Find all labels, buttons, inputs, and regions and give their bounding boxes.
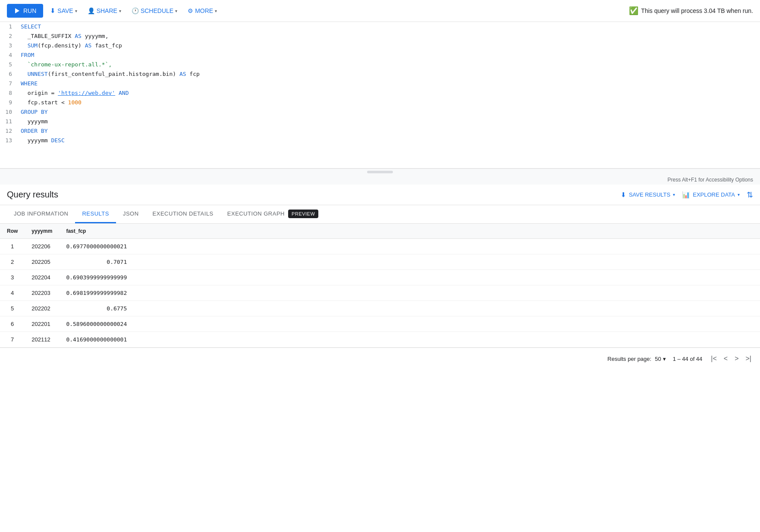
table-body: 12022060.697700000000002122022050.707132…: [0, 239, 760, 347]
line-content[interactable]: `chrome-ux-report.all.*`,: [21, 60, 760, 69]
col-header-yyyymm: yyyymm: [25, 224, 59, 239]
more-button[interactable]: ⚙ MORE ▾: [184, 4, 220, 18]
code-token: WHERE: [21, 80, 38, 87]
sql-editor[interactable]: 1SELECT2 _TABLE_SUFFIX AS yyyymm,3 SUM(f…: [0, 22, 760, 169]
line-number: 13: [0, 136, 17, 145]
tab-execution-details[interactable]: EXECUTION DETAILS: [146, 205, 220, 223]
line-content[interactable]: yyyymm: [21, 117, 760, 126]
line-number: 12: [0, 126, 17, 136]
last-page-button[interactable]: >|: [744, 353, 754, 364]
code-line-6: 6 UNNEST(first_contentful_paint.histogra…: [0, 69, 760, 79]
results-table-wrap: Row yyyymm fast_fcp 12022060.69770000000…: [0, 224, 760, 347]
col-header-row: Row: [0, 224, 25, 239]
table-header: Row yyyymm fast_fcp: [0, 224, 760, 239]
tab-execution-graph[interactable]: EXECUTION GRAPH PREVIEW: [220, 205, 326, 223]
page-info: 1 – 44 of 44: [673, 356, 703, 362]
editor-scrollbar[interactable]: [0, 169, 760, 175]
cell-row-num: 5: [0, 301, 25, 316]
code-token: origin =: [21, 90, 58, 96]
code-token: yyyymm: [21, 137, 51, 144]
code-token: (first_contentful_paint.histogram.bin): [48, 71, 179, 77]
share-label: SHARE: [97, 7, 117, 14]
cell-yyyymm: 202112: [25, 332, 59, 347]
code-line-2: 2 _TABLE_SUFFIX AS yyyymm,: [0, 31, 760, 41]
code-line-7: 7WHERE: [0, 79, 760, 88]
cell-yyyymm: 202206: [25, 239, 59, 254]
pagination-bar: Results per page: 50 ▾ 1 – 44 of 44 |< <…: [0, 347, 760, 369]
schedule-label: SCHEDULE: [141, 7, 173, 14]
next-page-button[interactable]: >: [733, 353, 740, 364]
run-label: RUN: [23, 7, 36, 14]
cell-empty: [134, 332, 760, 347]
cell-row-num: 6: [0, 316, 25, 332]
line-number: 11: [0, 117, 17, 126]
cell-fast-fcp: 0.6977000000000021: [59, 239, 134, 254]
table-row: 22022050.7071: [0, 254, 760, 270]
line-content[interactable]: WHERE: [21, 79, 760, 88]
line-content[interactable]: yyyymm DESC: [21, 136, 760, 145]
explore-data-label: EXPLORE DATA: [693, 191, 735, 198]
table-row: 12022060.6977000000000021: [0, 239, 760, 254]
more-caret: ▾: [215, 9, 217, 13]
code-token: AS: [85, 42, 92, 49]
line-number: 3: [0, 41, 17, 50]
explore-data-icon: 📊: [682, 191, 690, 199]
code-token: AND: [119, 90, 129, 96]
scrollbar-thumb: [367, 171, 393, 173]
table-row: 52022020.6775: [0, 301, 760, 316]
cell-empty: [134, 316, 760, 332]
cell-yyyymm: 202204: [25, 270, 59, 285]
explore-data-caret: ▾: [738, 192, 740, 197]
line-content[interactable]: UNNEST(first_contentful_paint.histogram.…: [21, 69, 760, 79]
collapse-button[interactable]: ⇅: [747, 190, 753, 200]
cell-empty: [134, 301, 760, 316]
save-results-button[interactable]: ⬇ SAVE RESULTS ▾: [621, 191, 675, 199]
col-header-empty: [134, 224, 760, 239]
run-button[interactable]: RUN: [7, 4, 43, 18]
more-icon: ⚙: [188, 7, 193, 14]
tab-json[interactable]: JSON: [116, 205, 146, 223]
schedule-caret: ▾: [175, 9, 177, 13]
per-page-select[interactable]: 50 ▾: [655, 356, 666, 362]
line-content[interactable]: GROUP BY: [21, 107, 760, 117]
code-token: [21, 71, 28, 77]
code-token: AS: [179, 71, 186, 77]
preview-badge: PREVIEW: [288, 210, 318, 218]
cell-fast-fcp: 0.6981999999999982: [59, 285, 134, 301]
per-page-label: Results per page:: [607, 356, 651, 362]
line-content[interactable]: fcp.start < 1000: [21, 98, 760, 107]
cell-fast-fcp: 0.6775: [59, 301, 134, 316]
code-token: fcp.start <: [21, 99, 68, 106]
code-token: 'https://web.dev': [58, 90, 115, 96]
line-number: 10: [0, 107, 17, 117]
code-line-1: 1SELECT: [0, 22, 760, 31]
save-caret: ▾: [75, 9, 77, 13]
code-line-13: 13 yyyymm DESC: [0, 136, 760, 145]
prev-page-button[interactable]: <: [722, 353, 729, 364]
explore-data-button[interactable]: 📊 EXPLORE DATA ▾: [682, 191, 740, 199]
code-token: AS: [75, 33, 82, 39]
first-page-button[interactable]: |<: [709, 353, 719, 364]
line-number: 4: [0, 50, 17, 60]
table-row: 72021120.4169000000000001: [0, 332, 760, 347]
cell-empty: [134, 254, 760, 270]
line-content[interactable]: _TABLE_SUFFIX AS yyyymm,: [21, 31, 760, 41]
code-token: yyyymm: [21, 118, 48, 125]
schedule-button[interactable]: 🕐 SCHEDULE ▾: [128, 4, 181, 18]
cell-fast-fcp: 0.4169000000000001: [59, 332, 134, 347]
tab-job-information[interactable]: JOB INFORMATION: [7, 205, 75, 223]
code-token: FROM: [21, 52, 34, 58]
tab-results[interactable]: RESULTS: [75, 205, 116, 223]
schedule-icon: 🕐: [132, 7, 139, 14]
line-content[interactable]: origin = 'https://web.dev' AND: [21, 88, 760, 98]
line-content[interactable]: SUM(fcp.density) AS fast_fcp: [21, 41, 760, 50]
line-content[interactable]: ORDER BY: [21, 126, 760, 136]
code-token: DESC: [51, 137, 64, 144]
line-content[interactable]: FROM: [21, 50, 760, 60]
line-number: 7: [0, 79, 17, 88]
save-button[interactable]: ⬇ SAVE ▾: [47, 3, 80, 18]
tabs-bar: JOB INFORMATION RESULTS JSON EXECUTION D…: [0, 205, 760, 224]
line-content[interactable]: SELECT: [21, 22, 760, 31]
share-button[interactable]: 👤 SHARE ▾: [84, 4, 125, 18]
share-icon: 👤: [88, 7, 95, 14]
